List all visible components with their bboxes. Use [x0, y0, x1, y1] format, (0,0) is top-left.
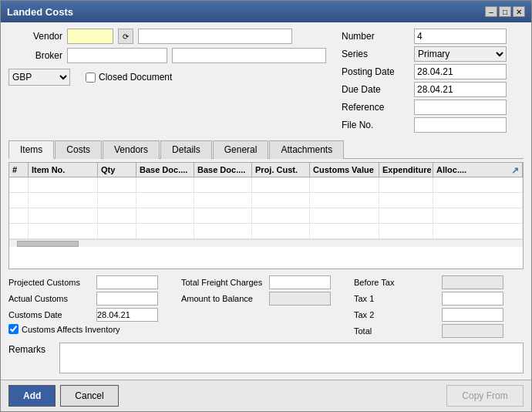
projected-customs-label: Projected Customs: [8, 278, 93, 287]
horizontal-scrollbar[interactable]: [9, 239, 523, 247]
col-header-exp: Expenditure: [379, 163, 433, 177]
remarks-textarea[interactable]: [59, 343, 524, 373]
add-button[interactable]: Add: [8, 385, 56, 407]
cell-base2: [194, 193, 252, 208]
customs-date-label: Customs Date: [8, 310, 93, 319]
tab-attachments[interactable]: Attachments: [269, 140, 344, 159]
due-date-input[interactable]: [414, 82, 507, 97]
cell-proj: [252, 177, 310, 192]
currency-select[interactable]: GBP USD EUR: [8, 69, 70, 86]
cell-qty: [98, 224, 136, 238]
closed-document-row: Closed Document: [86, 72, 172, 83]
number-row: Number: [342, 29, 524, 44]
table-row[interactable]: [9, 193, 523, 208]
window-controls: – □ ✕: [485, 6, 525, 17]
window-title: Landed Costs: [7, 6, 73, 18]
series-label: Series: [342, 49, 411, 59]
col-header-proj: Proj. Cust.: [252, 163, 310, 177]
col-header-base2: Base Doc....: [194, 163, 252, 177]
total-freight-row: Total Freight Charges: [181, 275, 351, 289]
scrollbar-thumb[interactable]: [17, 241, 79, 247]
cell-alloc: [433, 208, 523, 223]
tab-vendors[interactable]: Vendors: [103, 140, 160, 159]
cell-base2: [194, 208, 252, 223]
tab-bar: Items Costs Vendors Details General Atta…: [8, 140, 524, 159]
cell-customs: [310, 177, 379, 192]
total-label: Total: [354, 326, 439, 336]
amount-balance-row: Amount to Balance: [181, 292, 351, 306]
closed-document-checkbox[interactable]: [86, 73, 96, 83]
actual-customs-input[interactable]: [96, 292, 158, 306]
broker-name-input[interactable]: [172, 48, 326, 63]
top-form: Vendor ⟳ Broker GBP USD EUR: [8, 29, 524, 133]
cell-hash: [9, 208, 29, 223]
before-tax-row: Before Tax: [354, 275, 524, 289]
table-row[interactable]: [9, 224, 523, 239]
amount-balance-input[interactable]: [269, 292, 331, 306]
series-select[interactable]: Primary: [414, 46, 507, 62]
tab-details[interactable]: Details: [160, 140, 212, 159]
right-form: Number Series Primary Posting Date Due D…: [326, 29, 524, 133]
copy-from-button[interactable]: Copy From: [446, 385, 524, 407]
cell-qty: [98, 177, 136, 192]
tax1-row: Tax 1: [354, 292, 524, 306]
vendor-label: Vendor: [8, 31, 62, 42]
tax1-input[interactable]: [442, 292, 503, 306]
number-label: Number: [342, 31, 411, 42]
closed-document-label: Closed Document: [99, 72, 172, 83]
cell-base1: [136, 208, 194, 223]
vendor-name-input[interactable]: [138, 29, 292, 44]
tax2-input[interactable]: [442, 308, 503, 322]
form-content: Vendor ⟳ Broker GBP USD EUR: [1, 22, 531, 380]
posting-date-label: Posting Date: [342, 66, 411, 77]
total-freight-input[interactable]: [269, 275, 331, 289]
cell-alloc: [433, 193, 523, 208]
projected-customs-input[interactable]: [96, 275, 158, 289]
cell-customs: [310, 208, 379, 223]
col-header-base1: Base Doc....: [136, 163, 194, 177]
maximize-button[interactable]: □: [499, 6, 511, 17]
file-no-input[interactable]: [414, 117, 507, 133]
table-row[interactable]: [9, 208, 523, 224]
tab-costs[interactable]: Costs: [55, 140, 102, 159]
broker-row: Broker: [8, 48, 326, 63]
cell-alloc: [433, 177, 523, 192]
close-button[interactable]: ✕: [513, 6, 525, 17]
tab-general[interactable]: General: [213, 140, 269, 159]
left-form: Vendor ⟳ Broker GBP USD EUR: [8, 29, 326, 133]
reference-label: Reference: [342, 102, 411, 113]
total-row: Total: [354, 324, 524, 338]
cell-hash: [9, 177, 29, 192]
cell-exp: [379, 193, 433, 208]
broker-code-input[interactable]: [67, 48, 167, 63]
expand-icon[interactable]: ↗: [511, 165, 519, 176]
col-header-item: Item No.: [29, 163, 98, 177]
table-row[interactable]: [9, 177, 523, 193]
col-header-qty: Qty: [98, 163, 136, 177]
vendor-lookup-button[interactable]: ⟳: [118, 29, 133, 44]
posting-date-input[interactable]: [414, 64, 507, 79]
actual-customs-row: Actual Customs: [8, 292, 178, 306]
cell-customs: [310, 224, 379, 238]
cell-item: [29, 224, 98, 238]
cell-base1: [136, 177, 194, 192]
cell-customs: [310, 193, 379, 208]
customs-date-input[interactable]: [96, 308, 158, 322]
vendor-code-input[interactable]: [67, 29, 113, 44]
bottom-col-3: Before Tax Tax 1 Tax 2 Total: [354, 275, 524, 338]
customs-date-row: Customs Date: [8, 308, 178, 322]
cell-item: [29, 193, 98, 208]
total-input[interactable]: [442, 324, 503, 338]
customs-affects-checkbox[interactable]: [8, 324, 19, 334]
footer: Add Cancel Copy From: [1, 380, 531, 411]
cell-base1: [136, 193, 194, 208]
cell-hash: [9, 224, 29, 238]
before-tax-input[interactable]: [442, 275, 503, 289]
number-input[interactable]: [414, 29, 507, 44]
vendor-row: Vendor ⟳: [8, 29, 326, 44]
minimize-button[interactable]: –: [485, 6, 497, 17]
remarks-label: Remarks: [8, 344, 55, 355]
cancel-button[interactable]: Cancel: [60, 385, 118, 407]
reference-input[interactable]: [414, 100, 507, 115]
tab-items[interactable]: Items: [8, 140, 54, 159]
